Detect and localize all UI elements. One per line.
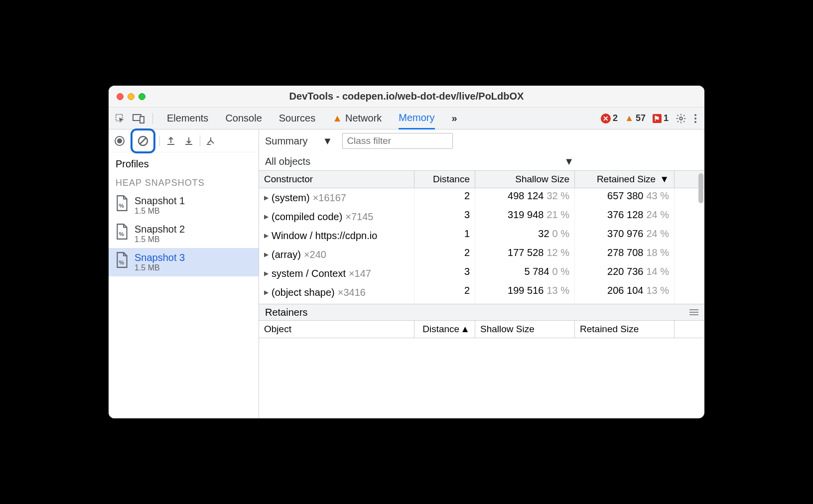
expand-icon[interactable]: ▶ — [264, 251, 269, 258]
count-mult: ×16167 — [313, 192, 346, 204]
distance-cell: 2 — [414, 188, 475, 207]
constructor-table-body[interactable]: ▶ (system) ×16167 2 498 12432 % 657 3804… — [259, 188, 704, 304]
sort-asc-icon: ▲ — [460, 324, 470, 335]
expand-icon[interactable]: ▶ — [264, 232, 269, 239]
snapshot-name: Snapshot 1 — [135, 195, 185, 207]
error-count[interactable]: ✕ 2 — [601, 113, 618, 124]
heap-file-icon: % — [116, 224, 129, 240]
col-distance[interactable]: Distance ▲ — [414, 321, 475, 338]
heap-snapshots-label: HEAP SNAPSHOTS — [109, 175, 259, 191]
expand-icon[interactable]: ▶ — [264, 270, 269, 277]
retained-cell: 657 38043 % — [575, 188, 675, 207]
tab-more[interactable]: » — [452, 108, 457, 129]
table-row[interactable]: ▶ (system) ×16167 2 498 12432 % 657 3804… — [259, 188, 704, 207]
retained-cell: 206 10413 % — [575, 283, 675, 302]
device-toggle-icon[interactable] — [133, 114, 145, 124]
table-row[interactable]: ▶ (array) ×240 2 177 52812 % 278 70818 % — [259, 245, 704, 264]
svg-point-5 — [694, 118, 696, 120]
col-retained[interactable]: Retained Size ▼ — [575, 171, 675, 188]
shallow-cell: 5 7840 % — [475, 264, 575, 283]
count-mult: ×7145 — [345, 211, 373, 223]
separator — [200, 135, 200, 146]
distance-cell: 3 — [414, 207, 475, 226]
warning-icon: ▲ — [332, 113, 342, 124]
summary-dropdown[interactable]: Summary ▼ — [265, 135, 332, 147]
expand-icon[interactable]: ▶ — [264, 289, 269, 296]
retainers-header[interactable]: Retainers — [259, 304, 704, 321]
shallow-cell: 319 94821 % — [475, 207, 575, 226]
shallow-cell: 177 52812 % — [475, 245, 575, 264]
window-title: DevTools - codepen.io/web-dot-dev/live/P… — [109, 91, 704, 102]
shallow-cell: 498 12432 % — [475, 188, 575, 207]
tab-sources[interactable]: Sources — [279, 108, 315, 129]
col-constructor[interactable]: Constructor — [259, 171, 414, 188]
tab-memory[interactable]: Memory — [399, 108, 434, 129]
snapshot-size: 1.5 MB — [135, 207, 185, 216]
svg-line-10 — [140, 138, 146, 144]
constructor-name: (compiled code) — [271, 211, 342, 223]
table-row[interactable]: ▶ system / Context ×147 3 5 7840 % 220 7… — [259, 264, 704, 283]
sort-desc-icon: ▼ — [660, 174, 669, 185]
scrollbar-thumb[interactable] — [698, 173, 703, 203]
count-mult: ×3416 — [338, 287, 366, 298]
distance-cell: 1 — [414, 226, 475, 245]
devtools-tabbar: Elements Console Sources ▲ Network Memor… — [109, 108, 704, 129]
col-shallow[interactable]: Shallow Size — [475, 321, 575, 338]
col-distance[interactable]: Distance — [414, 171, 475, 188]
retainers-table-header: Object Distance ▲ Shallow Size Retained … — [259, 321, 704, 338]
gear-icon[interactable] — [676, 113, 686, 124]
tab-console[interactable]: Console — [225, 108, 262, 129]
tab-elements[interactable]: Elements — [167, 108, 208, 129]
constructor-name: system / Context — [271, 268, 346, 279]
retained-cell: 376 12824 % — [575, 207, 675, 226]
tab-network[interactable]: ▲ Network — [332, 108, 382, 129]
dots-icon[interactable] — [693, 113, 697, 124]
col-shallow[interactable]: Shallow Size — [475, 171, 575, 188]
devtools-window: DevTools - codepen.io/web-dot-dev/live/P… — [109, 86, 704, 418]
snapshot-size: 1.5 MB — [135, 263, 185, 272]
distance-cell: 3 — [414, 264, 475, 283]
inspect-icon[interactable] — [115, 113, 126, 124]
chevron-down-icon: ▼ — [564, 156, 574, 167]
col-object[interactable]: Object — [259, 321, 414, 338]
warning-count[interactable]: ▲ 57 — [625, 113, 646, 124]
snapshot-item-2[interactable]: % Snapshot 2 1.5 MB — [109, 220, 259, 248]
table-row[interactable]: ▶ (object shape) ×3416 2 199 51613 % 206… — [259, 283, 704, 302]
retained-cell: 370 97624 % — [575, 226, 675, 245]
retained-cell: 278 70818 % — [575, 245, 675, 264]
constructor-name: (object shape) — [271, 287, 335, 298]
message-count[interactable]: ⚑ 1 — [653, 113, 669, 124]
heap-file-icon: % — [116, 195, 129, 211]
message-icon: ⚑ — [653, 114, 662, 123]
upload-icon[interactable] — [164, 134, 178, 148]
clear-button-highlighted[interactable] — [131, 128, 155, 153]
table-row[interactable]: ▶ Window / https://cdpn.io 1 320 % 370 9… — [259, 226, 704, 245]
profiles-toolbar — [109, 129, 259, 152]
distance-cell: 2 — [414, 283, 475, 302]
svg-point-8 — [117, 138, 122, 143]
shallow-cell: 199 51613 % — [475, 283, 575, 302]
constructor-table-header: Constructor Distance Shallow Size Retain… — [259, 170, 704, 188]
retained-cell: 220 73614 % — [575, 264, 675, 283]
chevron-down-icon: ▼ — [323, 135, 333, 147]
table-row[interactable]: ▶ (compiled code) ×7145 3 319 94821 % 37… — [259, 207, 704, 226]
svg-rect-2 — [140, 117, 144, 123]
all-objects-dropdown[interactable]: All objects ▼ — [259, 152, 704, 170]
download-icon[interactable] — [182, 134, 196, 148]
snapshot-item-1[interactable]: % Snapshot 1 1.5 MB — [109, 191, 259, 220]
snapshot-name: Snapshot 2 — [135, 224, 185, 235]
col-retained[interactable]: Retained Size — [575, 321, 675, 338]
svg-text:%: % — [119, 202, 125, 209]
snapshot-item-3[interactable]: % Snapshot 3 1.5 MB — [109, 248, 259, 276]
menu-icon[interactable] — [689, 309, 698, 316]
constructor-name: (system) — [271, 192, 310, 204]
garbage-collect-icon[interactable] — [204, 134, 218, 148]
count-mult: ×240 — [304, 249, 326, 260]
record-button[interactable] — [113, 134, 127, 148]
expand-icon[interactable]: ▶ — [264, 213, 269, 220]
class-filter-input[interactable] — [342, 133, 453, 149]
svg-text:%: % — [119, 231, 125, 237]
expand-icon[interactable]: ▶ — [264, 194, 269, 201]
heap-file-icon: % — [116, 252, 129, 268]
tab-list: Elements Console Sources ▲ Network Memor… — [167, 108, 457, 129]
